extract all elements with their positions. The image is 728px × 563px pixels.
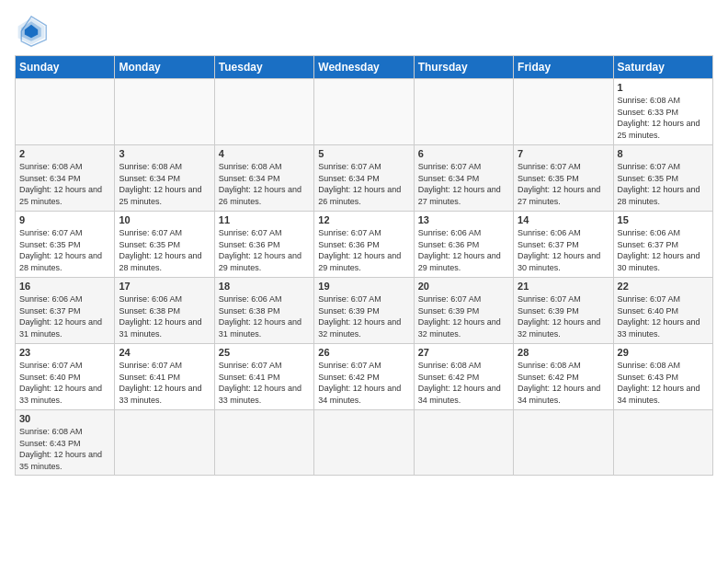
calendar-cell: 28Sunrise: 6:08 AM Sunset: 6:42 PM Dayli… — [514, 344, 613, 410]
day-info: Sunrise: 6:07 AM Sunset: 6:40 PM Dayligh… — [618, 293, 709, 339]
weekday-header: Wednesday — [314, 56, 414, 79]
calendar-cell: 2Sunrise: 6:08 AM Sunset: 6:34 PM Daylig… — [16, 145, 115, 212]
day-number: 13 — [418, 214, 509, 225]
day-number: 22 — [618, 281, 709, 292]
calendar-cell: 12Sunrise: 6:07 AM Sunset: 6:36 PM Dayli… — [314, 212, 414, 278]
day-number: 6 — [418, 148, 509, 159]
calendar-cell — [414, 79, 513, 145]
day-number: 29 — [618, 347, 709, 358]
calendar-cell: 4Sunrise: 6:08 AM Sunset: 6:34 PM Daylig… — [214, 145, 313, 212]
calendar-cell: 22Sunrise: 6:07 AM Sunset: 6:40 PM Dayli… — [613, 278, 712, 344]
calendar-cell — [613, 410, 712, 476]
day-info: Sunrise: 6:08 AM Sunset: 6:34 PM Dayligh… — [219, 161, 310, 207]
weekday-header: Monday — [115, 56, 214, 79]
day-number: 20 — [418, 281, 509, 292]
calendar-cell: 30Sunrise: 6:08 AM Sunset: 6:43 PM Dayli… — [16, 410, 115, 476]
calendar-week-row: 30Sunrise: 6:08 AM Sunset: 6:43 PM Dayli… — [16, 410, 713, 476]
day-number: 26 — [318, 347, 409, 358]
weekday-header: Tuesday — [214, 56, 313, 79]
calendar-cell: 1Sunrise: 6:08 AM Sunset: 6:33 PM Daylig… — [613, 79, 712, 145]
calendar-cell — [115, 79, 214, 145]
calendar-week-row: 1Sunrise: 6:08 AM Sunset: 6:33 PM Daylig… — [16, 79, 713, 145]
day-info: Sunrise: 6:07 AM Sunset: 6:35 PM Dayligh… — [618, 161, 709, 207]
calendar-cell: 9Sunrise: 6:07 AM Sunset: 6:35 PM Daylig… — [16, 212, 115, 278]
day-number: 9 — [19, 214, 110, 225]
day-number: 4 — [219, 148, 310, 159]
calendar-week-row: 2Sunrise: 6:08 AM Sunset: 6:34 PM Daylig… — [16, 145, 713, 212]
day-number: 18 — [219, 281, 310, 292]
calendar-cell: 29Sunrise: 6:08 AM Sunset: 6:43 PM Dayli… — [613, 344, 712, 410]
calendar-cell: 6Sunrise: 6:07 AM Sunset: 6:34 PM Daylig… — [414, 145, 513, 212]
weekday-header: Friday — [514, 56, 613, 79]
calendar-cell: 24Sunrise: 6:07 AM Sunset: 6:41 PM Dayli… — [115, 344, 214, 410]
calendar-body: 1Sunrise: 6:08 AM Sunset: 6:33 PM Daylig… — [16, 79, 713, 476]
calendar-cell: 25Sunrise: 6:07 AM Sunset: 6:41 PM Dayli… — [214, 344, 313, 410]
calendar-cell: 18Sunrise: 6:06 AM Sunset: 6:38 PM Dayli… — [214, 278, 313, 344]
calendar-week-row: 9Sunrise: 6:07 AM Sunset: 6:35 PM Daylig… — [16, 212, 713, 278]
day-number: 12 — [318, 214, 409, 225]
weekday-header: Sunday — [16, 56, 115, 79]
day-number: 7 — [518, 148, 609, 159]
day-info: Sunrise: 6:08 AM Sunset: 6:43 PM Dayligh… — [618, 360, 709, 406]
calendar-cell: 8Sunrise: 6:07 AM Sunset: 6:35 PM Daylig… — [613, 145, 712, 212]
calendar-cell — [514, 410, 613, 476]
calendar-cell: 3Sunrise: 6:08 AM Sunset: 6:34 PM Daylig… — [115, 145, 214, 212]
calendar-cell: 5Sunrise: 6:07 AM Sunset: 6:34 PM Daylig… — [314, 145, 414, 212]
day-info: Sunrise: 6:07 AM Sunset: 6:35 PM Dayligh… — [119, 227, 210, 273]
day-number: 2 — [19, 148, 110, 159]
calendar-cell — [314, 410, 414, 476]
day-number: 30 — [19, 413, 110, 424]
day-info: Sunrise: 6:08 AM Sunset: 6:34 PM Dayligh… — [119, 161, 210, 207]
day-info: Sunrise: 6:07 AM Sunset: 6:34 PM Dayligh… — [418, 161, 509, 207]
calendar-cell — [514, 79, 613, 145]
day-info: Sunrise: 6:07 AM Sunset: 6:34 PM Dayligh… — [318, 161, 409, 207]
day-info: Sunrise: 6:08 AM Sunset: 6:42 PM Dayligh… — [518, 360, 609, 406]
calendar-cell: 15Sunrise: 6:06 AM Sunset: 6:37 PM Dayli… — [613, 212, 712, 278]
calendar-cell — [214, 79, 313, 145]
day-info: Sunrise: 6:08 AM Sunset: 6:34 PM Dayligh… — [19, 161, 110, 207]
calendar-cell: 10Sunrise: 6:07 AM Sunset: 6:35 PM Dayli… — [115, 212, 214, 278]
calendar-cell: 7Sunrise: 6:07 AM Sunset: 6:35 PM Daylig… — [514, 145, 613, 212]
day-info: Sunrise: 6:07 AM Sunset: 6:42 PM Dayligh… — [318, 360, 409, 406]
day-number: 23 — [19, 347, 110, 358]
calendar-week-row: 23Sunrise: 6:07 AM Sunset: 6:40 PM Dayli… — [16, 344, 713, 410]
day-info: Sunrise: 6:06 AM Sunset: 6:37 PM Dayligh… — [618, 227, 709, 273]
day-number: 19 — [318, 281, 409, 292]
day-info: Sunrise: 6:08 AM Sunset: 6:42 PM Dayligh… — [418, 360, 509, 406]
day-info: Sunrise: 6:07 AM Sunset: 6:41 PM Dayligh… — [219, 360, 310, 406]
day-number: 10 — [119, 214, 210, 225]
day-number: 1 — [618, 82, 709, 93]
day-number: 14 — [518, 214, 609, 225]
day-number: 24 — [119, 347, 210, 358]
day-number: 17 — [119, 281, 210, 292]
calendar-cell: 13Sunrise: 6:06 AM Sunset: 6:36 PM Dayli… — [414, 212, 513, 278]
day-number: 3 — [119, 148, 210, 159]
calendar-table: SundayMondayTuesdayWednesdayThursdayFrid… — [15, 55, 713, 476]
weekday-header-row: SundayMondayTuesdayWednesdayThursdayFrid… — [16, 56, 713, 79]
calendar-week-row: 16Sunrise: 6:06 AM Sunset: 6:37 PM Dayli… — [16, 278, 713, 344]
calendar-cell: 26Sunrise: 6:07 AM Sunset: 6:42 PM Dayli… — [314, 344, 414, 410]
day-number: 25 — [219, 347, 310, 358]
day-info: Sunrise: 6:07 AM Sunset: 6:41 PM Dayligh… — [119, 360, 210, 406]
day-info: Sunrise: 6:07 AM Sunset: 6:36 PM Dayligh… — [219, 227, 310, 273]
calendar-cell — [115, 410, 214, 476]
calendar-cell: 23Sunrise: 6:07 AM Sunset: 6:40 PM Dayli… — [16, 344, 115, 410]
day-info: Sunrise: 6:06 AM Sunset: 6:38 PM Dayligh… — [119, 293, 210, 339]
calendar-cell: 19Sunrise: 6:07 AM Sunset: 6:39 PM Dayli… — [314, 278, 414, 344]
page-header — [15, 15, 713, 48]
day-number: 5 — [318, 148, 409, 159]
calendar-cell — [16, 79, 115, 145]
day-info: Sunrise: 6:07 AM Sunset: 6:39 PM Dayligh… — [518, 293, 609, 339]
day-info: Sunrise: 6:07 AM Sunset: 6:35 PM Dayligh… — [19, 227, 110, 273]
day-info: Sunrise: 6:07 AM Sunset: 6:36 PM Dayligh… — [318, 227, 409, 273]
calendar-cell: 16Sunrise: 6:06 AM Sunset: 6:37 PM Dayli… — [16, 278, 115, 344]
day-number: 8 — [618, 148, 709, 159]
calendar-cell: 17Sunrise: 6:06 AM Sunset: 6:38 PM Dayli… — [115, 278, 214, 344]
logo — [15, 15, 51, 48]
day-info: Sunrise: 6:07 AM Sunset: 6:39 PM Dayligh… — [318, 293, 409, 339]
day-number: 27 — [418, 347, 509, 358]
day-info: Sunrise: 6:08 AM Sunset: 6:43 PM Dayligh… — [19, 426, 110, 472]
day-info: Sunrise: 6:07 AM Sunset: 6:35 PM Dayligh… — [518, 161, 609, 207]
calendar-cell — [414, 410, 513, 476]
day-info: Sunrise: 6:08 AM Sunset: 6:33 PM Dayligh… — [618, 95, 709, 141]
